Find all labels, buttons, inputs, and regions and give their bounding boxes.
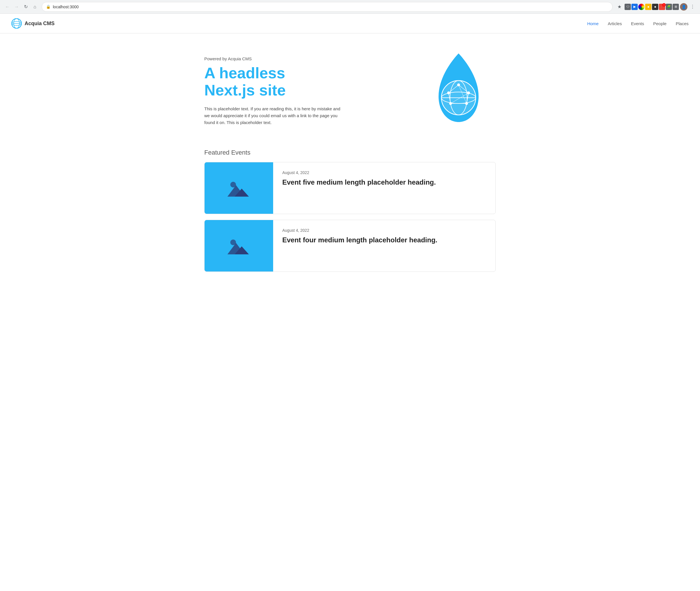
event-card-2-body: August 4, 2022 Event four medium length … <box>273 220 446 271</box>
featured-events-title: Featured Events <box>204 149 496 156</box>
logo-text: Acquia CMS <box>24 20 55 26</box>
site-logo[interactable]: Acquia CMS <box>11 18 55 28</box>
browser-actions: ★ 🛡 ▶ ■ ■ 1 📌 🧩 ⊞ 👤 ⋮ <box>615 3 697 11</box>
extension-icons: 🛡 ▶ ■ ■ 1 📌 🧩 ⊞ <box>625 4 679 10</box>
hero-description: This is placeholder text. If you are rea… <box>204 106 341 126</box>
event-1-date: August 4, 2022 <box>282 170 436 175</box>
hero-eyebrow: Powered by Acquia CMS <box>204 56 341 61</box>
ext-yellow-square-icon[interactable]: ■ <box>645 4 651 10</box>
address-bar[interactable]: 🔒 localhost:3000 <box>42 2 613 12</box>
ext-blue-icon[interactable]: ▶ <box>631 4 638 10</box>
site-header: Acquia CMS Home Articles Events People P… <box>0 14 700 34</box>
logo-icon <box>11 18 22 28</box>
event-2-date: August 4, 2022 <box>282 228 437 233</box>
event-card-2[interactable]: August 4, 2022 Event four medium length … <box>204 220 496 272</box>
ext-puzzle-icon[interactable]: 🧩 <box>666 4 672 10</box>
home-button[interactable]: ⌂ <box>31 3 39 11</box>
hero-image <box>421 51 496 132</box>
reload-button[interactable]: ↻ <box>22 3 30 11</box>
lock-icon: 🔒 <box>46 5 51 9</box>
site-nav: Home Articles Events People Places <box>587 21 689 26</box>
browser-nav-buttons: ← → ↻ ⌂ <box>3 3 39 11</box>
nav-events[interactable]: Events <box>631 21 644 26</box>
back-button[interactable]: ← <box>3 3 11 11</box>
nav-places[interactable]: Places <box>676 21 689 26</box>
nav-articles[interactable]: Articles <box>608 21 622 26</box>
hero-title-line1: A headless <box>204 64 285 81</box>
menu-button[interactable]: ⋮ <box>689 3 697 11</box>
event-2-title: Event four medium length placeholder hea… <box>282 236 437 244</box>
nav-home[interactable]: Home <box>587 21 599 26</box>
ext-dark-icon[interactable]: ■ <box>652 4 658 10</box>
event-card-1-body: August 4, 2022 Event five medium length … <box>273 162 445 214</box>
bookmark-button[interactable]: ★ <box>615 3 623 11</box>
ext-colorful-icon[interactable] <box>638 4 645 10</box>
featured-events-section: Featured Events August 4, 2022 Event fiv… <box>193 143 507 289</box>
placeholder-image-icon-1 <box>225 177 253 199</box>
event-card-1-image <box>205 162 273 214</box>
event-1-title: Event five medium length placeholder hea… <box>282 178 436 187</box>
hero-title: A headless Next.js site <box>204 65 341 98</box>
event-card-2-image <box>205 220 273 271</box>
nav-people[interactable]: People <box>653 21 667 26</box>
placeholder-image-icon-2 <box>225 234 253 257</box>
forward-button[interactable]: → <box>13 3 20 11</box>
ext-shield-icon[interactable]: 🛡 <box>625 4 631 10</box>
browser-chrome: ← → ↻ ⌂ 🔒 localhost:3000 ★ 🛡 ▶ ■ ■ 1 📌 🧩… <box>0 0 700 14</box>
ext-window-icon[interactable]: ⊞ <box>673 4 679 10</box>
hero-content: Powered by Acquia CMS A headless Next.js… <box>204 56 341 126</box>
url-text: localhost:3000 <box>53 5 79 9</box>
profile-avatar[interactable]: 👤 <box>680 3 687 11</box>
event-card-1[interactable]: August 4, 2022 Event five medium length … <box>204 162 496 214</box>
ext-red-notification-icon[interactable]: 1 📌 <box>659 4 665 10</box>
drupal-logo-svg <box>421 51 496 131</box>
hero-section: Powered by Acquia CMS A headless Next.js… <box>193 34 507 143</box>
hero-title-line2: Next.js site <box>204 81 286 98</box>
